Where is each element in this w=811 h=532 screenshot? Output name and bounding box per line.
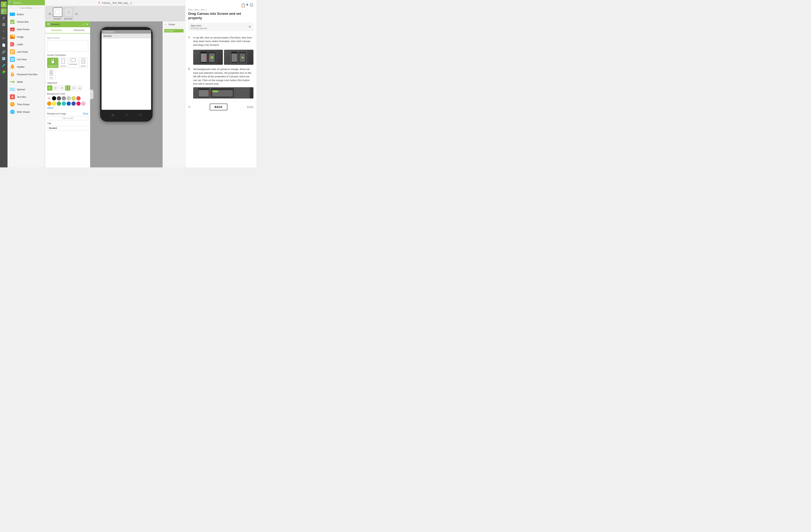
visible-back-icon[interactable]: ←	[164, 23, 167, 26]
tutorial-photo-icon[interactable]: 🖼	[250, 3, 254, 7]
tutorial-icon[interactable]: 📋	[241, 3, 246, 7]
about-screen-textarea[interactable]	[47, 40, 88, 51]
app-logo: Y	[98, 1, 100, 5]
component-passwordtextbox[interactable]: Password Text Box	[7, 71, 45, 78]
search-icon: 🔍	[9, 1, 12, 4]
svg-point-18	[12, 69, 13, 69]
align-btn-3[interactable]	[59, 85, 64, 91]
prev-screen-arrow[interactable]: ◀	[47, 11, 51, 16]
align-btn-2[interactable]	[53, 85, 58, 91]
component-button[interactable]: Button	[7, 11, 45, 18]
color-lightpink[interactable]	[81, 101, 86, 106]
orient-user[interactable]: user	[47, 69, 56, 80]
color-black[interactable]	[52, 96, 56, 100]
share-sidebar-btn[interactable]: ⑂	[1, 29, 7, 34]
doc-sidebar-btn[interactable]: 📄	[1, 42, 7, 48]
component-spinner[interactable]: Spinner	[7, 85, 45, 93]
svg-rect-17	[11, 60, 14, 61]
phone-back-btn[interactable]: ◁	[111, 113, 113, 117]
phone-home-btn[interactable]: ○	[126, 113, 127, 117]
tab-common[interactable]: Common	[45, 27, 68, 33]
orient-portrait[interactable]: portrait	[59, 58, 67, 68]
component-timepicker[interactable]: Time Picker	[7, 100, 45, 108]
phone-mockup: screenshot ⊞ Screen1 ◁ ○ □	[100, 27, 153, 122]
component-slider[interactable]: Slider	[7, 78, 45, 85]
image-sidebar-btn[interactable]: 🖼	[1, 22, 7, 28]
tutorial-menu-icon[interactable]: ≡	[188, 105, 190, 109]
link-sidebar-btn[interactable]: 🔗	[1, 49, 7, 55]
flask-sidebar-btn[interactable]: 🧪	[1, 62, 7, 68]
orient-landscape[interactable]: landscape	[68, 58, 78, 68]
back-button[interactable]: BACK	[210, 104, 227, 110]
num-sidebar-btn[interactable]: 🔢	[1, 56, 7, 62]
color-indigo[interactable]	[72, 101, 76, 106]
tag-sidebar-btn[interactable]: 🏷	[1, 35, 7, 41]
svg-point-41	[82, 60, 84, 62]
component-image[interactable]: Image	[7, 33, 45, 41]
svg-point-20	[12, 75, 13, 75]
color-none[interactable]: ✕	[47, 96, 51, 100]
component-notifier[interactable]: Notifier	[7, 63, 45, 71]
tutorial-step-1: 1. In top left, click on second button (…	[188, 36, 254, 65]
step-tests-container[interactable]: Step tests 4/4 tests passed ▼	[188, 23, 254, 31]
component-datepicker[interactable]: 4 Date Picker	[7, 26, 45, 33]
info-sidebar-btn[interactable]: ℹ	[1, 1, 7, 7]
next-screen-arrow[interactable]: ▶	[75, 11, 79, 16]
align-btn-5[interactable]	[71, 85, 76, 91]
phone-square-btn[interactable]: □	[139, 113, 141, 117]
color-darkgray[interactable]	[57, 96, 61, 100]
align-btn-4[interactable]	[65, 85, 71, 91]
svg-rect-49	[62, 87, 62, 89]
canvas-area[interactable]: screenshot ⊞ Screen1 ◁ ○ □	[90, 21, 163, 167]
add-screen-label: Add New:	[64, 18, 73, 20]
props-close-icon[interactable]: ✕	[86, 22, 88, 26]
default-color-link[interactable]: default	[47, 106, 53, 109]
properties-panel: Screen1 ✓ ✕ Common Advanced About Screen…	[45, 21, 90, 167]
list-sidebar-btn[interactable]: ☰	[1, 15, 7, 21]
color-yellow[interactable]	[52, 101, 56, 106]
svg-rect-64	[231, 53, 237, 62]
title-input[interactable]	[47, 126, 88, 130]
props-check-icon[interactable]: ✓	[82, 22, 85, 26]
component-listpicker[interactable]: List Picker	[7, 48, 45, 56]
tab-advanced[interactable]: Advanced	[68, 27, 90, 33]
color-orange[interactable]	[47, 101, 51, 106]
component-textbox[interactable]: A Text Box	[7, 93, 45, 100]
orient-unspecified[interactable]: unspecified	[47, 58, 58, 68]
svg-rect-38	[62, 59, 65, 64]
component-listview[interactable]: List View	[7, 56, 45, 63]
svg-rect-58	[201, 53, 207, 62]
align-btn-6[interactable]	[77, 85, 82, 91]
search-input[interactable]	[13, 1, 43, 4]
orient-sensor[interactable]: sensor	[79, 58, 88, 68]
add-screen-button[interactable]: + Add New:	[64, 7, 73, 20]
color-darkblue[interactable]	[67, 101, 71, 106]
reset-bg-link[interactable]: Reset	[83, 112, 88, 114]
color-lightgray[interactable]	[67, 96, 71, 100]
screen-tab-screen1[interactable]: Screen1	[53, 7, 62, 20]
svg-rect-45	[49, 88, 50, 89]
color-pink[interactable]	[76, 101, 80, 106]
component-checkbox[interactable]: Check Box	[7, 18, 45, 26]
phone-nav-buttons: ◁ ○ □	[102, 111, 151, 119]
color-green[interactable]	[57, 101, 61, 106]
visible-panel: ← Visible Screen1	[163, 21, 185, 167]
color-gray[interactable]	[62, 96, 66, 100]
svg-point-74	[209, 92, 210, 94]
svg-rect-1	[10, 20, 14, 24]
slider-label: Slider	[17, 80, 23, 83]
checkbox-label: Check Box	[17, 20, 29, 23]
color-teal[interactable]	[62, 101, 66, 106]
search-sidebar-btn[interactable]: 🔍	[1, 8, 7, 14]
component-label[interactable]: A Label	[7, 41, 45, 48]
color-lime[interactable]	[72, 96, 76, 100]
component-webviewer[interactable]: Web Viewer	[7, 108, 45, 115]
puzzle-sidebar-btn[interactable]: 🧩	[1, 69, 7, 75]
background-image-picker[interactable]: Click to Edit	[47, 116, 88, 120]
align-btn-1[interactable]	[47, 85, 52, 91]
phone-content[interactable]	[102, 38, 151, 110]
svg-text:A: A	[11, 43, 13, 46]
svg-rect-73	[213, 91, 218, 92]
step-1-text: In top left, click on second button (Too…	[193, 36, 254, 47]
color-red[interactable]	[76, 96, 80, 100]
